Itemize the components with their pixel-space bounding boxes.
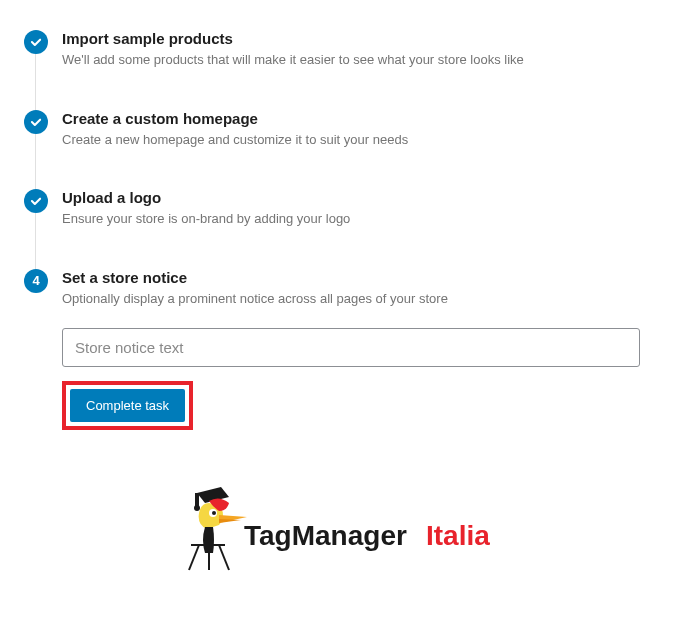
step-content: Create a custom homepage Create a new ho… [62,110,653,150]
step-upload-logo[interactable]: Upload a logo Ensure your store is on-br… [24,189,653,269]
tagmanageritalia-logo: TagManager Italia [169,480,509,575]
svg-marker-4 [219,519,241,523]
svg-point-2 [194,505,200,511]
check-icon [24,30,48,54]
step-content: Import sample products We'll add some pr… [62,30,653,70]
step-title: Import sample products [62,30,653,47]
highlight-box: Complete task [62,381,193,430]
complete-task-button[interactable]: Complete task [70,389,185,422]
step-content: Upload a logo Ensure your store is on-br… [62,189,653,229]
store-notice-input[interactable] [62,328,640,367]
svg-line-9 [219,545,229,570]
svg-point-6 [212,511,216,515]
check-icon [24,110,48,134]
step-desc: We'll add some products that will make i… [62,50,653,70]
step-desc: Create a new homepage and customize it t… [62,130,653,150]
logo-area: TagManager Italia [24,480,653,579]
logo-text-italia: Italia [426,520,490,551]
svg-rect-1 [195,493,199,507]
step-content: Set a store notice Optionally display a … [62,269,653,431]
step-import-products[interactable]: Import sample products We'll add some pr… [24,30,653,110]
step-store-notice: 4 Set a store notice Optionally display … [24,269,653,451]
step-number-badge: 4 [24,269,48,293]
step-number: 4 [32,273,39,288]
step-title: Create a custom homepage [62,110,653,127]
step-custom-homepage[interactable]: Create a custom homepage Create a new ho… [24,110,653,190]
step-desc: Ensure your store is on-brand by adding … [62,209,653,229]
svg-line-7 [189,545,199,570]
check-icon [24,189,48,213]
step-desc: Optionally display a prominent notice ac… [62,289,653,309]
step-title: Set a store notice [62,269,653,286]
setup-steps: Import sample products We'll add some pr… [24,30,653,450]
logo-text-tagmanager: TagManager [244,520,407,551]
step-title: Upload a logo [62,189,653,206]
